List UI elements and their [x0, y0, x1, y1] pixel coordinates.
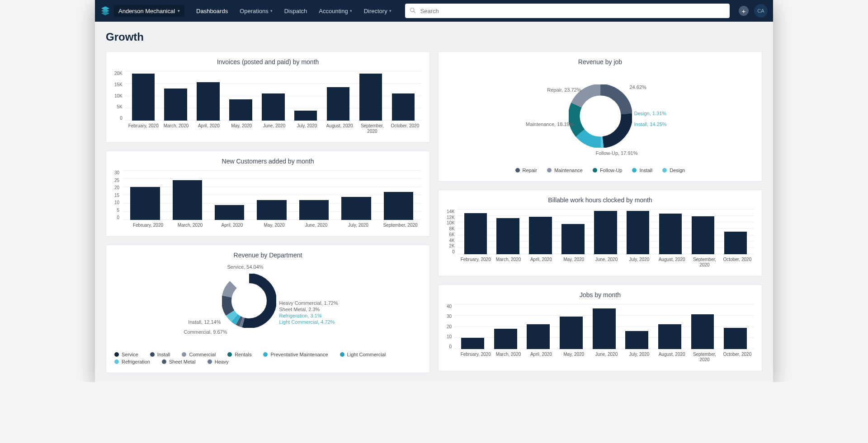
- x-label: May, 2020: [225, 123, 258, 134]
- svg-line-1: [413, 11, 415, 13]
- x-label: August, 2020: [656, 352, 688, 363]
- card-jobs: Jobs by month 403020100 February, 2020Ma…: [438, 284, 762, 371]
- nav-item-accounting[interactable]: Accounting▾: [314, 5, 356, 17]
- x-label: September, 2020: [688, 352, 721, 363]
- page-title: Growth: [106, 31, 762, 43]
- slice-label: Design, 1.31%: [634, 111, 667, 116]
- legend-item: Design: [662, 168, 685, 173]
- x-label: April, 2020: [193, 123, 225, 134]
- legend-dot: [150, 352, 155, 357]
- x-label: February, 2020: [459, 257, 492, 268]
- bar: [164, 89, 187, 121]
- x-label: April, 2020: [525, 257, 557, 268]
- legend-dot: [227, 352, 232, 357]
- bar: [593, 308, 616, 349]
- legend-item: Heavy: [208, 359, 229, 364]
- bar: [527, 324, 550, 349]
- bar: [560, 317, 583, 350]
- x-label: April, 2020: [211, 223, 253, 228]
- bar: [692, 216, 714, 254]
- bar: [496, 218, 519, 254]
- svg-point-0: [410, 8, 414, 12]
- bar: [494, 329, 517, 349]
- chevron-down-icon: ▾: [178, 9, 180, 13]
- x-label: February, 2020: [127, 223, 169, 228]
- bar: [197, 82, 219, 121]
- chart-legend: RepairMaintenanceFollow-UpInstallDesign: [515, 168, 685, 173]
- legend-item: Repair: [515, 168, 537, 173]
- user-avatar[interactable]: CA: [754, 4, 768, 18]
- chart-title: Revenue by Department: [114, 252, 421, 259]
- bar: [359, 74, 382, 121]
- card-revenue-job: Revenue by job Repair, 23.72%24.62%Desig…: [438, 51, 762, 182]
- x-label: May, 2020: [557, 257, 590, 268]
- donut-chart: Service, 54.04%Heavy Commercial, 1.72%Sh…: [173, 264, 363, 345]
- nav-item-directory[interactable]: Directory▾: [359, 5, 396, 17]
- legend-dot: [632, 168, 637, 173]
- page-body: Growth Invoices (posted and paid) by mon…: [95, 22, 773, 382]
- x-label: February, 2020: [459, 352, 492, 363]
- add-button[interactable]: +: [739, 6, 749, 16]
- x-label: June, 2020: [258, 123, 290, 134]
- x-label: October, 2020: [721, 352, 754, 363]
- legend-item: Install: [150, 352, 170, 357]
- x-label: March, 2020: [492, 352, 524, 363]
- search-input[interactable]: [405, 4, 730, 18]
- card-new-customers: New Customers added by month 30252015105…: [106, 151, 430, 237]
- bar: [262, 93, 284, 121]
- chart-title: Billable work hours clocked by month: [447, 196, 754, 204]
- legend-item: Maintenance: [547, 168, 583, 173]
- legend-dot: [662, 168, 667, 173]
- x-label: March, 2020: [169, 223, 211, 228]
- bar: [257, 200, 286, 220]
- bar: [130, 187, 160, 220]
- x-label: March, 2020: [492, 257, 524, 268]
- slice-label: Sheet Metal, 2.3%: [279, 307, 320, 312]
- slice-label: Heavy Commercial, 1.72%: [279, 300, 338, 306]
- bar: [215, 205, 244, 220]
- bar: [229, 99, 252, 121]
- x-label: September, 2020: [379, 223, 421, 228]
- bar: [594, 211, 617, 254]
- bar: [341, 197, 371, 220]
- legend-dot: [182, 352, 186, 357]
- bar: [724, 232, 747, 254]
- bar: [691, 314, 714, 350]
- nav-item-dispatch[interactable]: Dispatch: [280, 5, 312, 17]
- x-label: September, 2020: [688, 257, 721, 268]
- legend-dot: [208, 359, 212, 364]
- chevron-down-icon: ▾: [389, 9, 392, 13]
- bar: [384, 192, 413, 220]
- search-icon: [410, 7, 416, 15]
- slice-label: Repair, 23.72%: [527, 87, 581, 93]
- slice-label: Commercial, 9.67%: [169, 329, 227, 335]
- legend-dot: [547, 168, 552, 173]
- svg-point-2: [236, 288, 262, 313]
- x-label: May, 2020: [253, 223, 295, 228]
- legend-dot: [263, 352, 268, 357]
- card-invoices: Invoices (posted and paid) by month 20K1…: [106, 51, 430, 143]
- x-label: May, 2020: [557, 352, 590, 363]
- y-axis: 403020100: [447, 304, 454, 349]
- bar: [294, 111, 317, 121]
- app-window: Anderson Mechanical ▾ DashboardsOperatio…: [95, 0, 773, 382]
- chart-title: New Customers added by month: [114, 158, 421, 165]
- slice-label: Maintenance, 18.19%: [514, 121, 574, 127]
- legend-dot: [340, 352, 344, 357]
- x-label: June, 2020: [590, 257, 623, 268]
- x-label: July, 2020: [623, 257, 656, 268]
- legend-dot: [515, 168, 520, 173]
- legend-dot: [114, 359, 119, 364]
- nav-item-dashboards[interactable]: Dashboards: [192, 5, 232, 17]
- bar: [659, 214, 682, 254]
- org-name: Anderson Mechanical: [118, 8, 175, 14]
- svg-point-3: [585, 101, 615, 131]
- y-axis: 14K12K10K8K6K4K2K0: [447, 209, 458, 254]
- x-label: March, 2020: [160, 123, 192, 134]
- chart-title: Revenue by job: [447, 58, 754, 65]
- donut-chart: Repair, 23.72%24.62%Design, 1.31%Install…: [524, 71, 677, 161]
- x-label: August, 2020: [656, 257, 688, 268]
- y-axis: 20K15K10K5K0: [114, 71, 125, 121]
- org-selector[interactable]: Anderson Mechanical ▾: [114, 5, 184, 17]
- nav-item-operations[interactable]: Operations▾: [235, 5, 277, 17]
